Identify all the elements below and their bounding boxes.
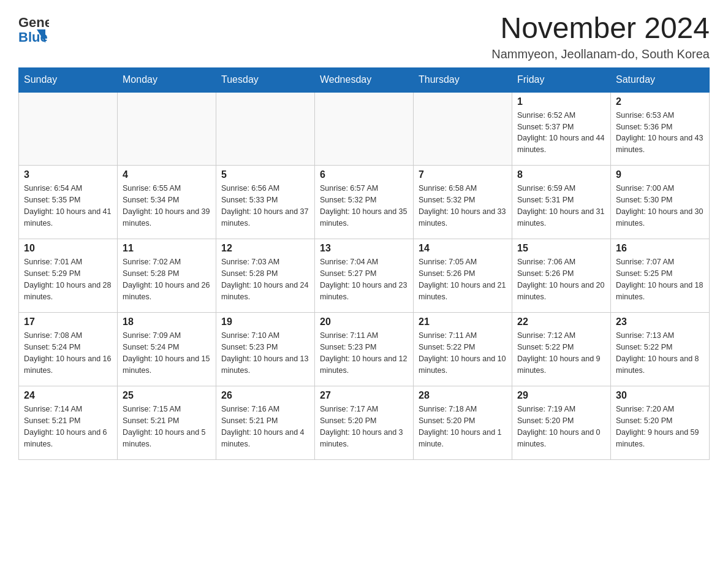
calendar-day-header: Monday <box>118 67 216 92</box>
calendar-day-cell: 12Sunrise: 7:03 AM Sunset: 5:28 PM Dayli… <box>216 239 315 313</box>
day-number: 21 <box>419 316 507 327</box>
location: Nammyeon, Jeollanam-do, South Korea <box>491 47 710 61</box>
day-info: Sunrise: 7:15 AM Sunset: 5:21 PM Dayligh… <box>123 404 211 450</box>
calendar-day-cell: 18Sunrise: 7:09 AM Sunset: 5:24 PM Dayli… <box>118 313 216 386</box>
calendar-table: SundayMondayTuesdayWednesdayThursdayFrid… <box>18 67 710 461</box>
day-info: Sunrise: 7:16 AM Sunset: 5:21 PM Dayligh… <box>221 404 309 450</box>
calendar-day-header: Tuesday <box>216 67 315 92</box>
calendar-day-cell: 30Sunrise: 7:20 AM Sunset: 5:20 PM Dayli… <box>611 386 710 460</box>
calendar-day-cell: 13Sunrise: 7:04 AM Sunset: 5:27 PM Dayli… <box>315 239 414 313</box>
calendar-day-cell: 10Sunrise: 7:01 AM Sunset: 5:29 PM Dayli… <box>19 239 118 313</box>
day-info: Sunrise: 6:59 AM Sunset: 5:31 PM Dayligh… <box>517 183 605 229</box>
day-info: Sunrise: 7:03 AM Sunset: 5:28 PM Dayligh… <box>221 256 309 302</box>
day-info: Sunrise: 7:12 AM Sunset: 5:22 PM Dayligh… <box>517 330 605 376</box>
calendar-day-cell: 28Sunrise: 7:18 AM Sunset: 5:20 PM Dayli… <box>414 386 512 460</box>
calendar-day-header: Thursday <box>414 67 512 92</box>
logo-icon: General Blue <box>18 12 49 46</box>
day-number: 13 <box>320 243 408 254</box>
day-info: Sunrise: 7:08 AM Sunset: 5:24 PM Dayligh… <box>24 330 112 376</box>
day-info: Sunrise: 7:20 AM Sunset: 5:20 PM Dayligh… <box>616 404 704 450</box>
day-number: 28 <box>419 390 507 401</box>
day-number: 9 <box>616 169 704 180</box>
day-info: Sunrise: 7:11 AM Sunset: 5:23 PM Dayligh… <box>320 330 408 376</box>
day-number: 23 <box>616 316 704 327</box>
day-info: Sunrise: 7:17 AM Sunset: 5:20 PM Dayligh… <box>320 404 408 450</box>
calendar-day-header: Wednesday <box>315 67 414 92</box>
day-info: Sunrise: 7:10 AM Sunset: 5:23 PM Dayligh… <box>221 330 309 376</box>
calendar-day-cell: 6Sunrise: 6:57 AM Sunset: 5:32 PM Daylig… <box>315 166 414 239</box>
day-number: 24 <box>24 390 112 401</box>
calendar-day-cell <box>315 92 414 166</box>
svg-text:Blue: Blue <box>18 29 48 45</box>
calendar-day-cell: 2Sunrise: 6:53 AM Sunset: 5:36 PM Daylig… <box>611 92 710 166</box>
day-number: 16 <box>616 243 704 254</box>
day-info: Sunrise: 7:00 AM Sunset: 5:30 PM Dayligh… <box>616 183 704 229</box>
calendar-day-header: Friday <box>512 67 611 92</box>
day-number: 15 <box>517 243 605 254</box>
calendar-day-cell: 5Sunrise: 6:56 AM Sunset: 5:33 PM Daylig… <box>216 166 315 239</box>
day-number: 14 <box>419 243 507 254</box>
day-info: Sunrise: 7:02 AM Sunset: 5:28 PM Dayligh… <box>123 256 211 302</box>
day-number: 12 <box>221 243 309 254</box>
calendar-day-cell: 24Sunrise: 7:14 AM Sunset: 5:21 PM Dayli… <box>19 386 118 460</box>
calendar-day-cell: 17Sunrise: 7:08 AM Sunset: 5:24 PM Dayli… <box>19 313 118 386</box>
day-info: Sunrise: 7:19 AM Sunset: 5:20 PM Dayligh… <box>517 404 605 450</box>
day-info: Sunrise: 7:13 AM Sunset: 5:22 PM Dayligh… <box>616 330 704 376</box>
day-info: Sunrise: 7:07 AM Sunset: 5:25 PM Dayligh… <box>616 256 704 302</box>
calendar-day-cell <box>118 92 216 166</box>
day-number: 2 <box>616 96 704 107</box>
day-number: 6 <box>320 169 408 180</box>
day-info: Sunrise: 7:18 AM Sunset: 5:20 PM Dayligh… <box>419 404 507 450</box>
day-number: 26 <box>221 390 309 401</box>
calendar-day-cell: 11Sunrise: 7:02 AM Sunset: 5:28 PM Dayli… <box>118 239 216 313</box>
day-info: Sunrise: 7:01 AM Sunset: 5:29 PM Dayligh… <box>24 256 112 302</box>
day-number: 10 <box>24 243 112 254</box>
day-number: 22 <box>517 316 605 327</box>
calendar-week-row: 17Sunrise: 7:08 AM Sunset: 5:24 PM Dayli… <box>19 313 710 386</box>
calendar-day-cell: 4Sunrise: 6:55 AM Sunset: 5:34 PM Daylig… <box>118 166 216 239</box>
calendar-day-header: Sunday <box>19 67 118 92</box>
day-info: Sunrise: 7:11 AM Sunset: 5:22 PM Dayligh… <box>419 330 507 376</box>
day-number: 3 <box>24 169 112 180</box>
svg-text:General: General <box>18 15 49 30</box>
day-number: 25 <box>123 390 211 401</box>
calendar-day-cell: 20Sunrise: 7:11 AM Sunset: 5:23 PM Dayli… <box>315 313 414 386</box>
day-info: Sunrise: 7:05 AM Sunset: 5:26 PM Dayligh… <box>419 256 507 302</box>
calendar-day-cell <box>216 92 315 166</box>
calendar-day-cell: 25Sunrise: 7:15 AM Sunset: 5:21 PM Dayli… <box>118 386 216 460</box>
calendar-day-cell <box>414 92 512 166</box>
calendar-day-cell: 3Sunrise: 6:54 AM Sunset: 5:35 PM Daylig… <box>19 166 118 239</box>
day-info: Sunrise: 6:56 AM Sunset: 5:33 PM Dayligh… <box>221 183 309 229</box>
day-info: Sunrise: 6:53 AM Sunset: 5:36 PM Dayligh… <box>616 110 704 156</box>
day-number: 5 <box>221 169 309 180</box>
calendar-week-row: 3Sunrise: 6:54 AM Sunset: 5:35 PM Daylig… <box>19 166 710 239</box>
calendar-day-cell: 19Sunrise: 7:10 AM Sunset: 5:23 PM Dayli… <box>216 313 315 386</box>
day-number: 17 <box>24 316 112 327</box>
day-number: 29 <box>517 390 605 401</box>
calendar-week-row: 1Sunrise: 6:52 AM Sunset: 5:37 PM Daylig… <box>19 92 710 166</box>
calendar-day-cell: 23Sunrise: 7:13 AM Sunset: 5:22 PM Dayli… <box>611 313 710 386</box>
day-number: 7 <box>419 169 507 180</box>
day-info: Sunrise: 7:04 AM Sunset: 5:27 PM Dayligh… <box>320 256 408 302</box>
calendar-day-cell: 8Sunrise: 6:59 AM Sunset: 5:31 PM Daylig… <box>512 166 611 239</box>
calendar-week-row: 24Sunrise: 7:14 AM Sunset: 5:21 PM Dayli… <box>19 386 710 460</box>
calendar-day-cell: 14Sunrise: 7:05 AM Sunset: 5:26 PM Dayli… <box>414 239 512 313</box>
calendar-day-cell <box>19 92 118 166</box>
day-info: Sunrise: 7:06 AM Sunset: 5:26 PM Dayligh… <box>517 256 605 302</box>
day-number: 27 <box>320 390 408 401</box>
calendar-day-cell: 26Sunrise: 7:16 AM Sunset: 5:21 PM Dayli… <box>216 386 315 460</box>
day-number: 30 <box>616 390 704 401</box>
month-title: November 2024 <box>491 12 710 45</box>
calendar-day-cell: 21Sunrise: 7:11 AM Sunset: 5:22 PM Dayli… <box>414 313 512 386</box>
calendar-day-cell: 16Sunrise: 7:07 AM Sunset: 5:25 PM Dayli… <box>611 239 710 313</box>
title-block: November 2024 Nammyeon, Jeollanam-do, So… <box>491 12 710 61</box>
day-number: 1 <box>517 96 605 107</box>
day-number: 18 <box>123 316 211 327</box>
day-number: 11 <box>123 243 211 254</box>
page-header: General Blue November 2024 Nammyeon, Jeo… <box>18 12 710 61</box>
day-info: Sunrise: 7:09 AM Sunset: 5:24 PM Dayligh… <box>123 330 211 376</box>
calendar-day-cell: 7Sunrise: 6:58 AM Sunset: 5:32 PM Daylig… <box>414 166 512 239</box>
calendar-day-cell: 29Sunrise: 7:19 AM Sunset: 5:20 PM Dayli… <box>512 386 611 460</box>
day-number: 20 <box>320 316 408 327</box>
calendar-day-cell: 27Sunrise: 7:17 AM Sunset: 5:20 PM Dayli… <box>315 386 414 460</box>
